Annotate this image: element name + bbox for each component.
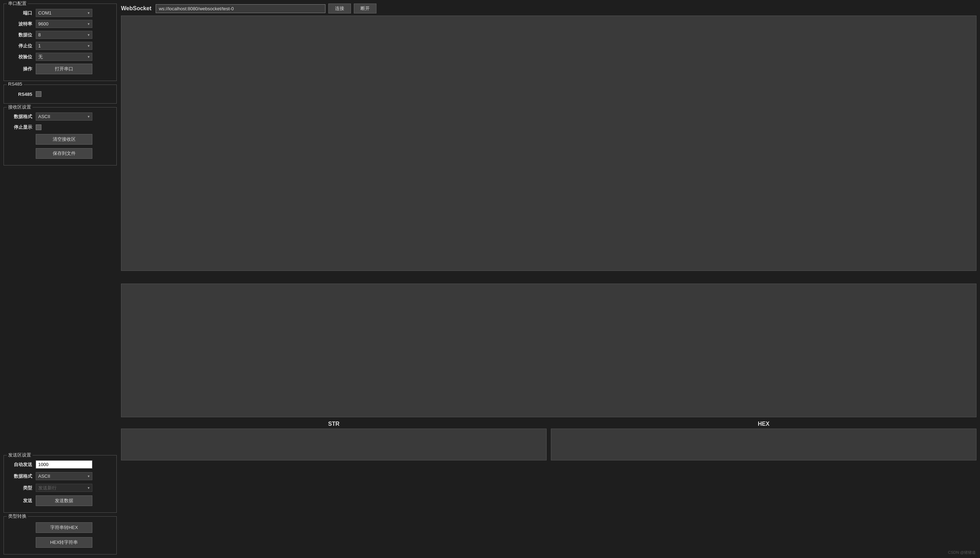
check-bits-select[interactable]: 无 奇 偶 xyxy=(36,53,92,61)
convert-title: 类型转换 xyxy=(7,513,28,519)
right-mid-spacer xyxy=(121,274,977,280)
receive-format-row: 数据格式 ASCII HEX xyxy=(7,112,113,121)
send-row: 发送 发送数据 xyxy=(7,496,113,506)
str-hex-section: STR HEX xyxy=(121,421,977,555)
port-select[interactable]: COM1 COM2 COM3 COM4 xyxy=(36,9,92,17)
stop-bits-select-wrapper: 1 1.5 2 xyxy=(36,42,92,50)
port-select-wrapper: COM1 COM2 COM3 COM4 xyxy=(36,9,92,17)
websocket-title: WebSocket xyxy=(121,5,151,11)
open-serial-button[interactable]: 打开串口 xyxy=(36,64,92,74)
auto-send-label: 自动发送 xyxy=(7,461,32,468)
rs485-panel: RS485 RS485 xyxy=(3,85,117,103)
stop-bits-select[interactable]: 1 1.5 2 xyxy=(36,42,92,50)
port-label: 端口 xyxy=(7,10,32,16)
check-bits-label: 校验位 xyxy=(7,54,32,60)
watermark: CSDN @猪猪道 xyxy=(948,550,976,555)
ws-top-section: WebSocket 连接 断开 xyxy=(121,3,977,271)
send-data-button[interactable]: 发送数据 xyxy=(36,496,92,506)
str-hex-labels-row: STR HEX xyxy=(121,421,977,460)
serial-port-panel: 串口配置 端口 COM1 COM2 COM3 COM4 xyxy=(3,3,117,81)
stop-display-checkbox[interactable] xyxy=(36,125,41,130)
check-bits-select-wrapper: 无 奇 偶 xyxy=(36,53,92,61)
baud-label: 波特率 xyxy=(7,21,32,27)
send-format-row: 数据格式 ASCII HEX xyxy=(7,472,113,480)
send-label: 发送 xyxy=(7,497,32,504)
stop-display-row: 停止显示 xyxy=(7,124,113,130)
data-bits-select[interactable]: 8 7 6 5 xyxy=(36,31,92,39)
stop-bits-row: 停止位 1 1.5 2 xyxy=(7,42,113,50)
hex-to-str-button[interactable]: HEX转字符串 xyxy=(36,537,92,548)
stop-display-label: 停止显示 xyxy=(7,124,32,130)
rs485-label: RS485 xyxy=(7,92,32,97)
websocket-header: WebSocket 连接 断开 xyxy=(121,3,977,13)
rs485-title: RS485 xyxy=(7,81,24,87)
rs485-row: RS485 xyxy=(7,91,41,97)
str-col: STR xyxy=(121,421,547,460)
send-format-select-wrapper: ASCII HEX xyxy=(36,472,92,480)
baud-row: 波特率 9600 19200 38400 57600 115200 xyxy=(7,20,113,28)
left-spacer xyxy=(3,169,117,451)
websocket-url-input[interactable] xyxy=(156,4,326,13)
send-area-section xyxy=(121,284,977,417)
auto-send-row: 自动发送 xyxy=(7,460,113,469)
receive-format-select[interactable]: ASCII HEX xyxy=(36,112,92,121)
send-panel: 发送区设置 自动发送 数据格式 ASCII HEX xyxy=(3,455,117,513)
op-row: 操作 打开串口 xyxy=(7,64,113,74)
baud-select[interactable]: 9600 19200 38400 57600 115200 xyxy=(36,20,92,28)
receive-format-label: 数据格式 xyxy=(7,113,32,120)
hex-label: HEX xyxy=(551,421,977,427)
hex-to-str-row: HEX转字符串 xyxy=(7,537,113,548)
rs485-checkbox[interactable] xyxy=(36,91,41,97)
baud-select-wrapper: 9600 19200 38400 57600 115200 xyxy=(36,20,92,28)
serial-port-title: 串口配置 xyxy=(7,0,28,7)
data-bits-row: 数据位 8 7 6 5 xyxy=(7,31,113,39)
receive-format-select-wrapper: ASCII HEX xyxy=(36,112,92,121)
str-textarea[interactable] xyxy=(121,428,547,460)
ws-disconnect-button[interactable]: 断开 xyxy=(354,3,377,13)
stop-bits-label: 停止位 xyxy=(7,43,32,49)
data-bits-select-wrapper: 8 7 6 5 xyxy=(36,31,92,39)
receive-textarea[interactable] xyxy=(121,16,977,271)
send-type-select-wrapper: 发送新行 不换行 xyxy=(36,484,92,492)
ws-connect-button[interactable]: 连接 xyxy=(328,3,351,13)
save-to-file-button[interactable]: 保存到文件 xyxy=(36,148,92,159)
send-type-label: 类型 xyxy=(7,485,32,491)
hex-textarea[interactable] xyxy=(551,428,977,460)
data-bits-label: 数据位 xyxy=(7,32,32,38)
check-bits-row: 校验位 无 奇 偶 xyxy=(7,53,113,61)
str-to-hex-button[interactable]: 字符串转HEX xyxy=(36,522,92,533)
receive-title: 接收区设置 xyxy=(7,104,33,110)
send-format-select[interactable]: ASCII HEX xyxy=(36,472,92,480)
str-to-hex-row: 字符串转HEX xyxy=(7,522,113,533)
save-row: 保存到文件 xyxy=(7,148,113,159)
send-type-select[interactable]: 发送新行 不换行 xyxy=(36,484,92,492)
hex-col: HEX xyxy=(551,421,977,460)
send-format-label: 数据格式 xyxy=(7,473,32,479)
convert-panel: 类型转换 字符串转HEX HEX转字符串 xyxy=(3,516,117,555)
send-title: 发送区设置 xyxy=(7,452,33,458)
op-label: 操作 xyxy=(7,66,32,72)
clear-receive-button[interactable]: 清空接收区 xyxy=(36,134,92,144)
receive-panel: 接收区设置 数据格式 ASCII HEX 停止显示 xyxy=(3,107,117,166)
send-type-row: 类型 发送新行 不换行 xyxy=(7,484,113,492)
clear-row: 清空接收区 xyxy=(7,134,113,144)
send-textarea[interactable] xyxy=(121,284,977,417)
auto-send-input[interactable] xyxy=(36,460,92,469)
str-label: STR xyxy=(121,421,547,427)
port-row: 端口 COM1 COM2 COM3 COM4 xyxy=(7,9,113,17)
